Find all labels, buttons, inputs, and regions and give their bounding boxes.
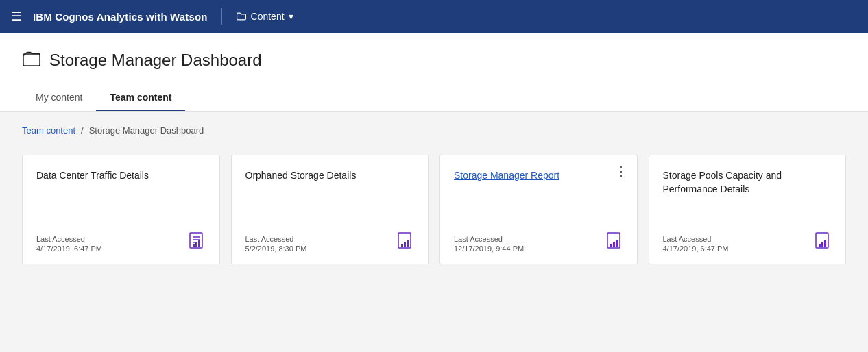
nav-divider: [221, 8, 222, 25]
svg-rect-0: [23, 54, 40, 66]
card-data-center-traffic[interactable]: Data Center Traffic Details Last Accesse…: [22, 155, 220, 264]
top-navigation: ☰ IBM Cognos Analytics with Watson Conte…: [0, 0, 868, 33]
svg-rect-19: [824, 240, 826, 247]
hamburger-menu-icon[interactable]: ☰: [11, 9, 22, 24]
card-meta: Last Accessed 4/17/2019, 6:47 PM: [36, 235, 102, 253]
card-footer: Last Accessed 12/17/2019, 9:44 PM: [454, 231, 623, 253]
last-accessed-label: Last Accessed: [36, 235, 102, 243]
svg-rect-10: [404, 242, 406, 247]
card-orphaned-storage[interactable]: Orphaned Storage Details Last Accessed 5…: [231, 155, 429, 264]
svg-rect-18: [821, 242, 823, 247]
last-accessed-date: 12/17/2019, 9:44 PM: [454, 244, 524, 253]
page-title-row: Storage Manager Dashboard: [22, 49, 846, 71]
content-area: Team content / Storage Manager Dashboard…: [0, 112, 868, 352]
chevron-down-icon: ▾: [289, 11, 293, 22]
card-title: Data Center Traffic Details: [36, 169, 206, 223]
card-meta: Last Accessed 4/17/2019, 6:47 PM: [663, 235, 729, 253]
breadcrumb: Team content / Storage Manager Dashboard: [22, 125, 846, 136]
last-accessed-date: 4/17/2019, 6:47 PM: [36, 244, 102, 253]
svg-rect-14: [613, 242, 615, 247]
svg-rect-15: [616, 240, 618, 247]
tab-team-content[interactable]: Team content: [96, 85, 185, 111]
svg-rect-9: [401, 244, 403, 247]
card-storage-manager-report[interactable]: ⋮ Storage Manager Report Last Accessed 1…: [439, 155, 638, 264]
card-report-icon: [395, 231, 414, 253]
folder-icon: [236, 11, 247, 22]
svg-rect-5: [193, 244, 195, 247]
page-folder-icon: [22, 49, 41, 71]
svg-rect-6: [195, 242, 197, 247]
content-label: Content: [251, 11, 285, 22]
card-report-icon: [812, 231, 832, 253]
card-meta: Last Accessed 12/17/2019, 9:44 PM: [454, 235, 524, 253]
last-accessed-label: Last Accessed: [663, 235, 729, 243]
card-report-icon: [186, 231, 206, 253]
page-title: Storage Manager Dashboard: [49, 51, 262, 70]
main-header: Storage Manager Dashboard My content Tea…: [0, 33, 868, 112]
card-report-icon: [604, 231, 623, 253]
card-footer: Last Accessed 5/2/2019, 8:30 PM: [245, 231, 415, 253]
app-title: IBM Cognos Analytics with Watson: [33, 11, 208, 23]
tab-my-content[interactable]: My content: [22, 85, 96, 111]
card-title[interactable]: Storage Manager Report: [454, 169, 623, 223]
svg-rect-7: [198, 240, 200, 247]
content-nav-item[interactable]: Content ▾: [236, 11, 293, 22]
svg-rect-13: [610, 244, 612, 247]
card-meta: Last Accessed 5/2/2019, 8:30 PM: [245, 235, 307, 253]
last-accessed-label: Last Accessed: [454, 235, 524, 243]
card-title: Orphaned Storage Details: [245, 169, 415, 223]
card-footer: Last Accessed 4/17/2019, 6:47 PM: [663, 231, 832, 253]
more-options-icon[interactable]: ⋮: [615, 165, 627, 177]
cards-grid: Data Center Traffic Details Last Accesse…: [22, 155, 846, 264]
card-storage-pools-capacity[interactable]: Storage Pools Capacity and Performance D…: [649, 155, 847, 264]
tab-bar: My content Team content: [22, 85, 846, 111]
breadcrumb-current: Storage Manager Dashboard: [89, 125, 204, 136]
last-accessed-date: 5/2/2019, 8:30 PM: [245, 244, 307, 253]
last-accessed-label: Last Accessed: [245, 235, 307, 243]
card-title: Storage Pools Capacity and Performance D…: [663, 169, 832, 223]
svg-rect-11: [407, 240, 409, 247]
svg-rect-17: [819, 244, 821, 247]
last-accessed-date: 4/17/2019, 6:47 PM: [663, 244, 729, 253]
card-footer: Last Accessed 4/17/2019, 6:47 PM: [36, 231, 206, 253]
breadcrumb-separator: /: [81, 125, 84, 136]
breadcrumb-link-team-content[interactable]: Team content: [22, 125, 75, 136]
